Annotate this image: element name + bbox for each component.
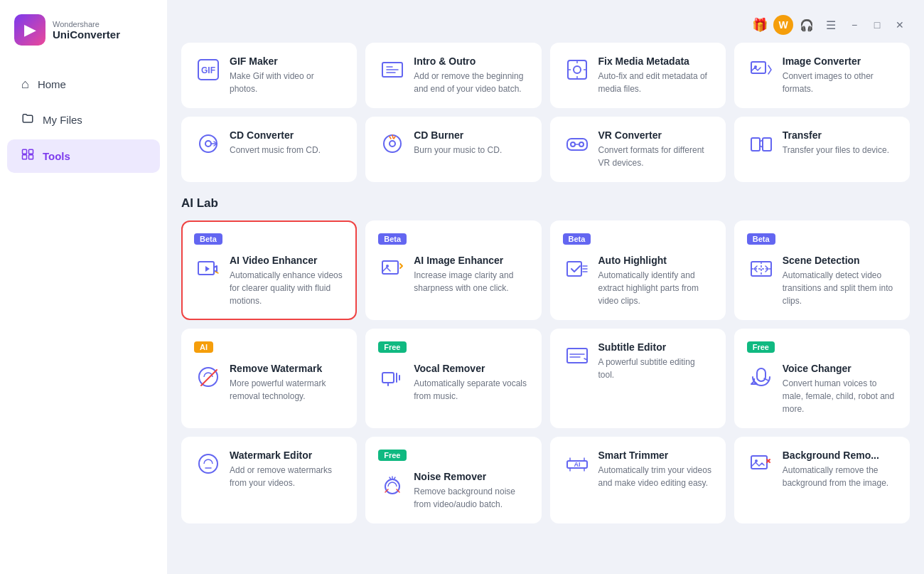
card-header: AI Video Enhancer Automatically enhance … bbox=[194, 255, 344, 307]
smart-trimmer-title: Smart Trimmer bbox=[598, 450, 713, 461]
card-noise-remover[interactable]: Free Noise Remover Remove background noi… bbox=[365, 437, 541, 523]
card-subtitle-editor[interactable]: Subtitle Editor A powerful subtitle edit… bbox=[550, 329, 726, 428]
card-header: Voice Changer Convert human voices to ma… bbox=[747, 363, 897, 415]
ai-lab-grid: Beta AI Video Enhancer Automatically enh… bbox=[181, 220, 910, 523]
card-header: Background Remo... Automatically remove … bbox=[747, 450, 897, 489]
gif-maker-title: GIF Maker bbox=[230, 55, 344, 67]
card-header: Remove Watermark More powerful watermark… bbox=[194, 363, 344, 403]
badge-beta-scene: Beta bbox=[747, 233, 775, 245]
sidebar-item-tools-label: Tools bbox=[43, 150, 70, 162]
card-header: Vocal Remover Automatically separate voc… bbox=[378, 363, 528, 403]
image-converter-icon bbox=[747, 55, 775, 84]
svg-text:GIF: GIF bbox=[201, 65, 215, 75]
sidebar-item-myfiles[interactable]: My Files bbox=[7, 103, 160, 137]
card-header: Transfer Transfer your files to device. bbox=[747, 129, 897, 158]
card-image-converter[interactable]: Image Converter Convert images to other … bbox=[734, 43, 910, 108]
ai-video-enhancer-icon bbox=[194, 255, 222, 283]
watermark-editor-text: Watermark Editor Add or remove watermark… bbox=[230, 450, 344, 489]
scene-detection-icon bbox=[747, 255, 775, 283]
svg-point-16 bbox=[571, 142, 575, 147]
cd-converter-text: CD Converter Convert music from CD. bbox=[230, 129, 344, 156]
card-fix-metadata[interactable]: Fix Media Metadata Auto-fix and edit met… bbox=[550, 43, 726, 108]
remove-watermark-icon bbox=[194, 363, 222, 391]
card-cd-burner[interactable]: CD Burner Burn your music to CD. bbox=[365, 117, 541, 182]
watermark-editor-icon bbox=[194, 450, 222, 478]
menu-icon[interactable]: ☰ bbox=[820, 14, 842, 36]
voice-changer-icon bbox=[747, 363, 775, 391]
ai-image-enhancer-text: AI Image Enhancer Increase image clarity… bbox=[414, 255, 528, 294]
subtitle-editor-text: Subtitle Editor A powerful subtitle edit… bbox=[598, 341, 713, 381]
card-transfer[interactable]: Transfer Transfer your files to device. bbox=[734, 117, 910, 182]
card-voice-changer[interactable]: Free Voice Changer Convert human voices … bbox=[734, 329, 910, 428]
card-smart-trimmer[interactable]: AI Smart Trimmer Automatically trim your… bbox=[550, 437, 726, 523]
ai-image-enhancer-icon bbox=[378, 255, 407, 283]
card-ai-image-enhancer[interactable]: Beta AI Image Enhancer Increase image cl… bbox=[365, 220, 541, 320]
cd-burner-desc: Burn your music to CD. bbox=[414, 144, 528, 156]
badge-free-voice: Free bbox=[747, 341, 775, 353]
watermark-editor-title: Watermark Editor bbox=[230, 450, 344, 461]
background-remover-text: Background Remo... Automatically remove … bbox=[783, 450, 897, 489]
app-logo-icon: ▶ bbox=[14, 14, 45, 46]
svg-point-8 bbox=[574, 66, 581, 73]
headset-icon[interactable]: 🎧 bbox=[796, 14, 817, 36]
card-intro-outro[interactable]: Intro & Outro Add or remove the beginnin… bbox=[365, 43, 541, 108]
cd-converter-icon bbox=[194, 129, 222, 158]
svg-rect-1 bbox=[29, 149, 33, 154]
subtitle-editor-icon bbox=[563, 341, 591, 370]
ai-video-enhancer-desc: Automatically enhance videos for clearer… bbox=[230, 269, 344, 307]
image-converter-title: Image Converter bbox=[783, 55, 897, 67]
main-content: 🎁 W 🎧 ☰ − □ ✕ GIF GIF Maker Make Gif wit… bbox=[167, 0, 924, 574]
card-auto-highlight[interactable]: Beta Auto Highlight Automatically identi… bbox=[550, 220, 726, 320]
svg-rect-9 bbox=[751, 62, 765, 73]
close-button[interactable]: ✕ bbox=[890, 15, 910, 35]
auto-highlight-title: Auto Highlight bbox=[598, 255, 713, 266]
svg-point-17 bbox=[579, 142, 584, 147]
card-header: Fix Media Metadata Auto-fix and edit met… bbox=[563, 55, 713, 95]
scene-detection-desc: Automatically detect video transitions a… bbox=[783, 269, 897, 307]
auto-highlight-text: Auto Highlight Automatically identify an… bbox=[598, 255, 713, 307]
gif-maker-desc: Make Gif with video or photos. bbox=[230, 70, 344, 95]
minimize-button[interactable]: − bbox=[844, 15, 864, 35]
card-vocal-remover[interactable]: Free Vocal Remover Automatically separat… bbox=[365, 329, 541, 428]
card-header: Noise Remover Remove background noise fr… bbox=[378, 471, 528, 511]
sidebar-item-tools[interactable]: Tools bbox=[7, 139, 160, 173]
subtitle-editor-title: Subtitle Editor bbox=[598, 341, 713, 353]
card-watermark-editor[interactable]: Watermark Editor Add or remove watermark… bbox=[181, 437, 357, 523]
svg-rect-32 bbox=[751, 456, 767, 469]
fix-metadata-desc: Auto-fix and edit metadata of media file… bbox=[598, 70, 713, 95]
card-vr-converter[interactable]: VR Converter Convert formats for differe… bbox=[550, 117, 726, 182]
card-cd-converter[interactable]: CD Converter Convert music from CD. bbox=[181, 117, 357, 182]
card-header: GIF GIF Maker Make Gif with video or pho… bbox=[194, 55, 344, 95]
svg-point-13 bbox=[384, 135, 401, 152]
card-ai-video-enhancer[interactable]: Beta AI Video Enhancer Automatically enh… bbox=[181, 220, 357, 320]
card-background-remover[interactable]: Background Remo... Automatically remove … bbox=[734, 437, 910, 523]
gif-maker-text: GIF Maker Make Gif with video or photos. bbox=[230, 55, 344, 95]
noise-remover-desc: Remove background noise from video/audio… bbox=[414, 485, 528, 511]
gift-icon[interactable]: 🎁 bbox=[749, 14, 770, 36]
svg-rect-2 bbox=[23, 155, 27, 159]
ai-lab-title: AI Lab bbox=[181, 196, 910, 211]
svg-point-29 bbox=[385, 479, 399, 494]
card-header: Watermark Editor Add or remove watermark… bbox=[194, 450, 344, 489]
maximize-button[interactable]: □ bbox=[867, 15, 887, 35]
scene-detection-title: Scene Detection bbox=[783, 255, 897, 266]
card-remove-watermark[interactable]: AI Remove Watermark More powerful waterm… bbox=[181, 329, 357, 428]
logo-product: UniConverter bbox=[53, 28, 120, 41]
user-avatar[interactable]: W bbox=[773, 15, 793, 35]
sidebar-item-home[interactable]: ⌂ Home bbox=[7, 68, 160, 100]
svg-rect-19 bbox=[763, 138, 771, 151]
svg-rect-23 bbox=[567, 262, 581, 276]
card-header: Intro & Outro Add or remove the beginnin… bbox=[378, 55, 528, 95]
card-gif-maker[interactable]: GIF GIF Maker Make Gif with video or pho… bbox=[181, 43, 357, 108]
card-scene-detection[interactable]: Beta Scene Detection Automatically detec… bbox=[734, 220, 910, 320]
remove-watermark-text: Remove Watermark More powerful watermark… bbox=[230, 363, 344, 403]
svg-text:AI: AI bbox=[574, 461, 580, 468]
card-header: Subtitle Editor A powerful subtitle edit… bbox=[563, 341, 713, 381]
vocal-remover-title: Vocal Remover bbox=[414, 363, 528, 374]
cd-burner-icon bbox=[378, 129, 407, 158]
voice-changer-title: Voice Changer bbox=[783, 363, 897, 374]
sidebar: ▶ Wondershare UniConverter ⌂ Home My Fil… bbox=[0, 0, 167, 574]
svg-point-28 bbox=[199, 455, 217, 473]
fix-metadata-text: Fix Media Metadata Auto-fix and edit met… bbox=[598, 55, 713, 95]
svg-point-14 bbox=[390, 141, 395, 147]
